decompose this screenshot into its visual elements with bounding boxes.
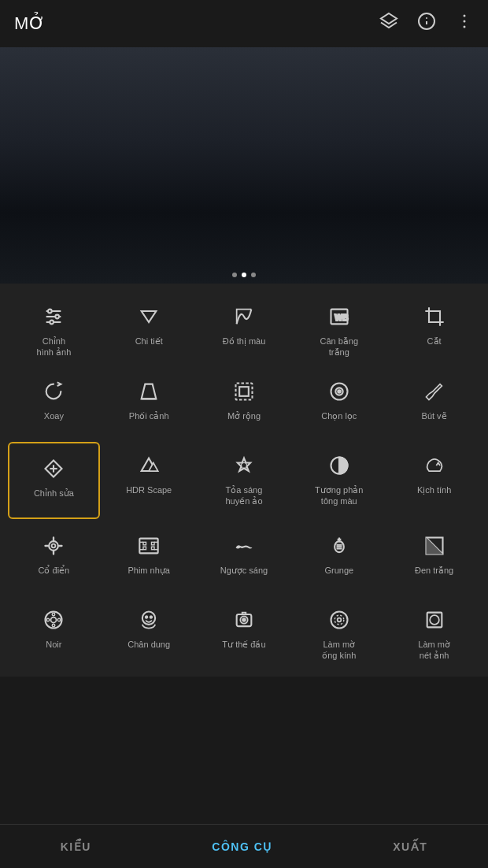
drama-icon — [423, 451, 445, 480]
tool-nguoc-sang[interactable]: Ngược sáng — [197, 521, 292, 595]
tool-kich-tinh-label: Kịch tính — [417, 484, 451, 506]
tool-grunge-label: Grunge — [324, 565, 353, 587]
tool-chinh-sua[interactable]: Chỉnh sửa — [8, 442, 100, 519]
face-icon — [138, 606, 160, 634]
layers-icon[interactable] — [379, 12, 398, 35]
tool-co-dien[interactable]: Cổ điển — [6, 521, 102, 595]
tool-do-thi-mau[interactable]: Đồ thị màu — [197, 291, 292, 366]
svg-marker-13 — [142, 311, 157, 322]
svg-rect-18 — [235, 383, 252, 399]
tool-xoay-label: Xoay — [44, 410, 64, 432]
sliders-icon — [43, 302, 65, 331]
svg-marker-26 — [149, 462, 158, 471]
tool-chinh-sua-label: Chỉnh sửa — [34, 488, 74, 510]
tool-chan-dung-label: Chân dung — [128, 639, 170, 661]
image-dots — [232, 273, 256, 277]
tool-den-trang[interactable]: Đen trắng — [386, 521, 482, 595]
tool-hdr-scape-label: HDR Scape — [126, 484, 172, 506]
svg-point-30 — [50, 541, 59, 551]
svg-text:WB: WB — [335, 313, 349, 322]
svg-point-48 — [51, 617, 57, 622]
svg-point-55 — [150, 616, 152, 618]
tool-tu-the-dau[interactable]: Tư thế đầu — [197, 595, 292, 670]
svg-rect-34 — [152, 542, 155, 545]
curve-icon — [233, 302, 255, 331]
tool-lam-mo-ong-kinh-label: Làm mờống kính — [322, 639, 356, 662]
image-preview — [0, 47, 488, 284]
expand-icon — [233, 377, 255, 406]
tool-hdr-scape[interactable]: HDR Scape — [102, 440, 197, 521]
lens-blur-icon — [328, 606, 350, 634]
svg-point-50 — [53, 624, 56, 627]
tool-chi-tiet[interactable]: Chi tiết — [102, 291, 197, 366]
tool-chinh-hinh-anh[interactable]: Chỉnhhình ảnh — [6, 291, 102, 366]
perspective-icon — [138, 377, 160, 406]
svg-point-59 — [331, 611, 347, 628]
svg-point-60 — [335, 615, 344, 625]
svg-point-4 — [464, 15, 466, 17]
tool-lam-mo-ong-kinh[interactable]: Làm mờống kính — [291, 595, 386, 670]
mountain-icon — [138, 451, 160, 480]
bottom-nav-kieu[interactable]: KIỂU — [45, 834, 107, 859]
svg-point-63 — [430, 615, 439, 625]
svg-marker-27 — [238, 458, 250, 470]
rotate-icon — [43, 377, 65, 406]
tool-noir-label: Noir — [46, 639, 61, 661]
photo-blur-icon — [423, 606, 445, 634]
tool-chan-dung[interactable]: Chân dung — [102, 595, 197, 670]
target-icon — [328, 377, 350, 406]
tool-toa-sang[interactable]: Tỏa sánghuyền ảo — [197, 440, 292, 521]
tool-chinh-hinh-anh-label: Chỉnhhình ảnh — [37, 336, 72, 358]
svg-point-10 — [48, 310, 52, 313]
tool-mo-rong-label: Mở rộng — [227, 410, 261, 432]
tool-tu-the-dau-label: Tư thế đầu — [222, 639, 265, 661]
tool-phoi-canh-label: Phối cảnh — [129, 410, 169, 432]
bottom-nav-xuat[interactable]: XUẤT — [377, 834, 443, 859]
dot-1 — [232, 273, 237, 277]
tool-tuong-phan-label: Tương phảntông màu — [315, 484, 363, 507]
info-icon[interactable] — [417, 12, 436, 35]
tool-but-ve[interactable]: Bút vẽ — [386, 366, 482, 440]
svg-point-61 — [337, 618, 341, 621]
tool-grunge[interactable]: Grunge — [291, 521, 386, 595]
contrast-icon — [328, 451, 350, 480]
glamour-icon — [233, 451, 255, 480]
svg-point-6 — [464, 26, 466, 28]
triangle-down-icon — [138, 302, 160, 331]
tool-do-thi-mau-label: Đồ thị màu — [223, 336, 266, 358]
tool-tuong-phan[interactable]: Tương phảntông màu — [291, 440, 386, 521]
tool-can-bang-trang[interactable]: WB Cân bằngtrắng — [291, 291, 386, 366]
more-vert-icon[interactable] — [455, 12, 474, 35]
svg-point-12 — [50, 321, 54, 325]
tool-mo-rong[interactable]: Mở rộng — [197, 366, 292, 440]
svg-rect-32 — [140, 538, 158, 553]
header-icons — [379, 12, 474, 35]
tool-cat[interactable]: Cắt — [386, 291, 482, 366]
guitar-icon — [328, 532, 350, 560]
crop-icon — [423, 302, 445, 331]
tool-phoi-canh[interactable]: Phối cảnh — [102, 366, 197, 440]
svg-rect-36 — [152, 547, 155, 550]
tool-phim-nhua[interactable]: Phim nhựa — [102, 521, 197, 595]
tool-noir[interactable]: Noir — [6, 595, 102, 670]
tool-chi-tiet-label: Chi tiết — [135, 336, 163, 358]
tool-can-bang-trang-label: Cân bằngtrắng — [320, 336, 358, 358]
tool-lam-mo-net-anh[interactable]: Làm mờnét ảnh — [386, 595, 482, 670]
header-title: MỞ — [14, 13, 45, 34]
bottom-nav-cong-cu[interactable]: CÔNG CỤ — [196, 834, 288, 859]
brush-icon — [423, 377, 445, 406]
tool-nguoc-sang-label: Ngược sáng — [220, 565, 268, 587]
svg-point-47 — [46, 611, 62, 628]
selfie-icon — [233, 606, 255, 634]
tool-xoay[interactable]: Xoay — [6, 366, 102, 440]
tool-kich-tinh[interactable]: Kịch tính — [386, 440, 482, 521]
vintage-icon — [43, 532, 65, 560]
film-reel-icon — [43, 606, 65, 634]
tool-but-ve-label: Bút vẽ — [422, 410, 447, 432]
mustache-icon — [233, 532, 255, 560]
film-icon — [138, 532, 160, 560]
tool-cat-label: Cắt — [427, 336, 442, 358]
tool-chon-loc[interactable]: Chọn lọc — [291, 366, 386, 440]
svg-point-31 — [52, 543, 56, 547]
tools-area: Chỉnhhình ảnh Chi tiết Đồ thị màu WB Cân… — [0, 284, 488, 677]
